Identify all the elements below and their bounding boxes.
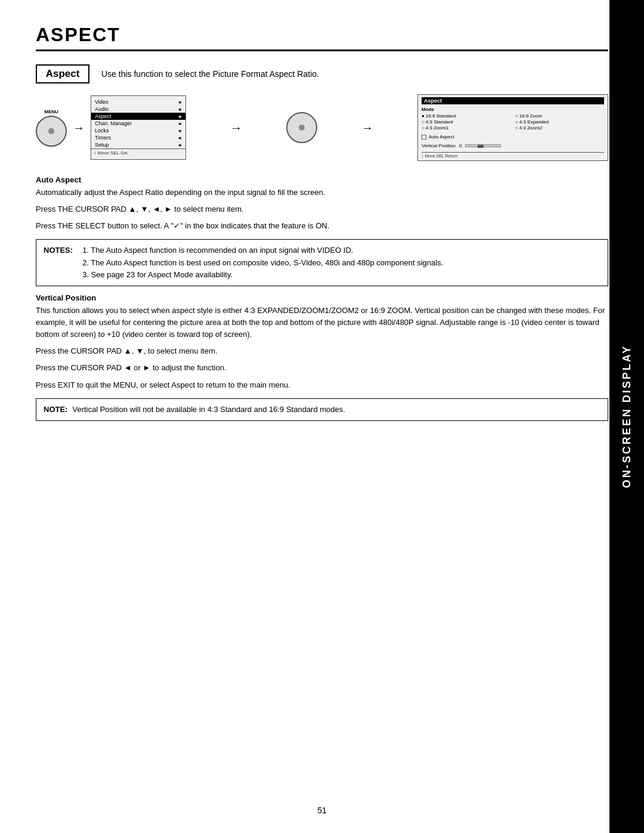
auto-aspect-text3: Press THE SELECT button to select. A "✓"…	[36, 220, 608, 232]
arrow-right-2: →	[230, 121, 242, 135]
menu-item-chan-label: Chan. Manager	[95, 120, 132, 126]
remote-icon	[36, 116, 67, 147]
menu-item-setup-label: Setup	[95, 142, 109, 148]
vertical-position-text1: This function allows you to select when …	[36, 305, 608, 340]
note-single-text: Vertical Position will not be available …	[72, 404, 345, 416]
note-item-1: 1. The Auto Aspect function is recommend…	[82, 244, 443, 256]
menu-item-setup-arrow: ◄	[177, 143, 182, 148]
aspect-option-169std: 16:9 Standard	[422, 113, 510, 119]
menu-item-timers: Timers ◄	[91, 134, 185, 141]
menu-item-audio-arrow: ◄	[177, 107, 182, 112]
vertical-position-text4: Press EXIT to quit the MENU, or select A…	[36, 379, 608, 391]
notes-box: NOTES: 1. The Auto Aspect function is re…	[36, 239, 608, 286]
aspect-panel-mode-label: Mode	[422, 107, 604, 112]
menu-item-video: Video ◄	[91, 98, 185, 106]
auto-aspect-label: Auto Aspect	[429, 134, 454, 140]
menu-item-locks-arrow: ◄	[177, 128, 182, 134]
vpos-indicator	[478, 145, 484, 148]
menu-panel: Video ◄ Audio ◄ Aspect ◄ Chan. Manager ◄	[91, 95, 186, 160]
menu-remote-wrapper: MENU	[36, 109, 67, 147]
aspect-option-43std-label: 4:3 Standard	[426, 119, 453, 125]
aspect-option-43z2: 4:3 Zoom2	[515, 125, 604, 131]
diagram-left: MENU → Video ◄ Audio ◄ Aspe	[36, 95, 186, 160]
arrow-right-1: →	[73, 121, 85, 135]
aspect-panel-vpos: Vertical Position 0	[422, 143, 604, 148]
note-item-3: 3. See page 23 for Aspect Mode availabil…	[82, 269, 443, 281]
aspect-option-169std-label: 16:9 Standard	[426, 113, 456, 119]
notes-list: 1. The Auto Aspect function is recommend…	[82, 244, 443, 280]
aspect-panel-options: 16:9 Standard 16:9 Zoom 4:3 Standard 4:3…	[422, 113, 604, 131]
menu-item-chan: Chan. Manager ◄	[91, 120, 185, 127]
menu-move-bar: ↕ Move SEL Sel.	[91, 148, 185, 157]
aspect-description: Use this function to select the Picture …	[101, 64, 319, 80]
menu-item-aspect: Aspect ◄	[91, 113, 185, 120]
vertical-position-text2: Press the CURSOR PAD ▲, ▼, to select men…	[36, 345, 608, 357]
aspect-option-43z2-label: 4:3 Zoom2	[519, 125, 542, 131]
menu-item-video-label: Video	[95, 99, 109, 105]
aspect-panel: Aspect Mode 16:9 Standard 16:9 Zoom 4:3 …	[417, 94, 608, 161]
aspect-option-43exp: 4:3 Expanded	[515, 119, 604, 125]
notes-header: NOTES:	[44, 244, 73, 256]
aspect-option-43exp-label: 4:3 Expanded	[519, 119, 549, 125]
aspect-label-box: Aspect	[36, 64, 89, 83]
menu-item-audio-label: Audio	[95, 106, 109, 112]
page-title: ASPECT	[36, 24, 608, 51]
select-remote-icon	[286, 112, 317, 143]
note-single-header: NOTE:	[44, 404, 67, 416]
vpos-bar	[465, 144, 501, 147]
radio-43z1	[422, 125, 425, 131]
radio-43std	[422, 119, 425, 125]
remote-center-dot	[48, 128, 54, 134]
menu-item-locks: Locks ◄	[91, 127, 185, 134]
menu-item-audio: Audio ◄	[91, 106, 185, 113]
aspect-panel-auto: Auto Aspect	[422, 134, 604, 140]
auto-aspect-checkbox	[422, 135, 426, 140]
vpos-value: 0	[459, 143, 462, 148]
sidebar-vertical: ON-SCREEN DISPLAY	[609, 0, 644, 833]
menu-item-chan-arrow: ◄	[177, 121, 182, 126]
radio-169zoom	[515, 113, 518, 119]
menu-item-timers-arrow: ◄	[177, 135, 182, 141]
sidebar-text: ON-SCREEN DISPLAY	[621, 345, 633, 488]
menu-item-setup: Setup ◄	[91, 141, 185, 148]
radio-43z2	[515, 125, 518, 131]
notes-header-row: NOTES: 1. The Auto Aspect function is re…	[44, 244, 600, 280]
menu-item-locks-label: Locks	[95, 128, 109, 134]
auto-aspect-text2: Press THE CURSOR PAD ▲, ▼, ◄, ► to selec…	[36, 203, 608, 215]
auto-aspect-title: Auto Aspect	[36, 175, 608, 184]
note-item-2: 2. The Auto Aspect function is best used…	[82, 257, 443, 269]
select-remote-dot	[299, 125, 305, 131]
vpos-label: Vertical Position	[422, 143, 456, 148]
aspect-panel-title: Aspect	[422, 97, 604, 104]
menu-item-timers-label: Timers	[95, 135, 111, 141]
diagram-container: MENU → Video ◄ Audio ◄ Aspe	[36, 94, 608, 161]
vertical-position-title: Vertical Position	[36, 293, 608, 302]
note-single-box: NOTE: Vertical Position will not be avai…	[36, 398, 608, 421]
radio-43exp	[515, 119, 518, 125]
select-remote-wrapper	[286, 112, 317, 143]
menu-item-video-arrow: ◄	[177, 100, 182, 105]
aspect-option-169zoom-label: 16:9 Zoom	[519, 113, 542, 119]
radio-169std	[422, 113, 425, 119]
aspect-panel-footer: ↕ Move SEL Return	[422, 152, 604, 158]
page-number: 51	[317, 806, 327, 815]
menu-item-aspect-label: Aspect	[95, 113, 112, 119]
auto-aspect-text1: Automatically adjust the Aspect Ratio de…	[36, 187, 608, 199]
vertical-position-text3: Press the CURSOR PAD ◄ or ► to adjust th…	[36, 362, 608, 374]
menu-panel-box: Video ◄ Audio ◄ Aspect ◄ Chan. Manager ◄	[91, 95, 186, 160]
menu-item-aspect-arrow: ◄	[177, 114, 182, 119]
aspect-option-43z1-label: 4:3 Zoom1	[426, 125, 448, 131]
arrow-right-3: →	[361, 121, 373, 135]
aspect-option-169zoom: 16:9 Zoom	[515, 113, 604, 119]
aspect-option-43std: 4:3 Standard	[422, 119, 510, 125]
aspect-option-43z1: 4:3 Zoom1	[422, 125, 510, 131]
menu-label: MENU	[44, 109, 58, 114]
